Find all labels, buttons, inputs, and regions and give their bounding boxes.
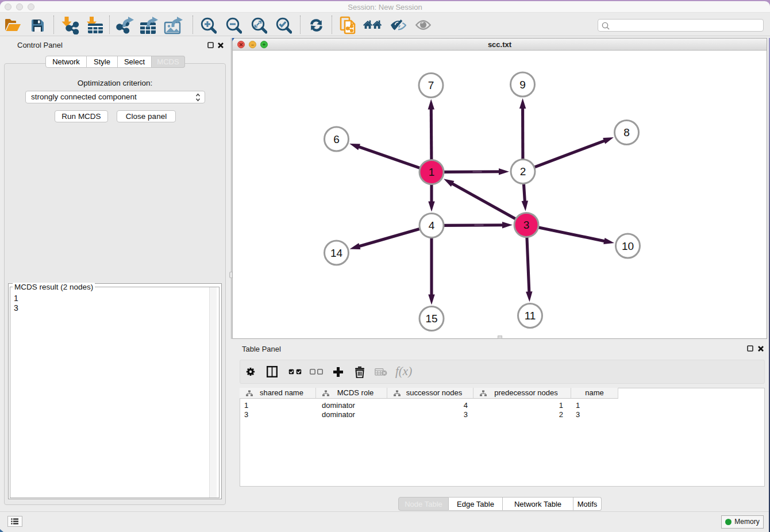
svg-text:4: 4 xyxy=(429,219,435,232)
svg-text:3: 3 xyxy=(523,219,530,231)
svg-text:1: 1 xyxy=(429,166,435,178)
svg-text:6: 6 xyxy=(333,133,340,145)
svg-text:14: 14 xyxy=(330,247,343,259)
svg-text:11: 11 xyxy=(525,310,536,322)
svg-text:15: 15 xyxy=(425,313,437,325)
svg-text:10: 10 xyxy=(622,240,634,252)
svg-text:7: 7 xyxy=(428,79,434,91)
svg-text:8: 8 xyxy=(623,126,630,138)
svg-text:9: 9 xyxy=(519,79,526,91)
svg-text:2: 2 xyxy=(520,165,526,178)
